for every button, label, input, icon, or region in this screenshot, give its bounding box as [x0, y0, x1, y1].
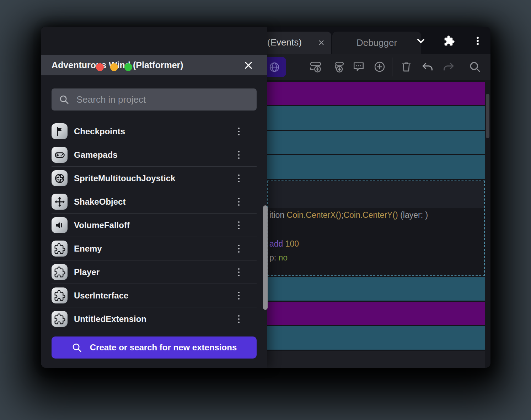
- tab-debugger[interactable]: Debugger: [332, 32, 421, 54]
- add-comment-button[interactable]: [351, 59, 366, 75]
- extensions-list: Checkpoints Gamepads SpriteMultitouchJ: [52, 120, 257, 330]
- add-subevent-icon: [332, 60, 345, 73]
- close-panel-icon[interactable]: [242, 59, 254, 71]
- list-item-gamepads[interactable]: Gamepads: [52, 143, 257, 167]
- zoom-window-button[interactable]: [124, 63, 132, 71]
- comment-icon: [352, 60, 365, 73]
- extensions-puzzle-icon[interactable]: [442, 34, 456, 48]
- event-row-teal[interactable]: [267, 277, 485, 301]
- puzzle-icon: [52, 287, 68, 303]
- list-item-untitledextension[interactable]: UntitledExtension: [52, 307, 257, 330]
- item-menu-kebab-icon[interactable]: [232, 312, 245, 326]
- window-actions: [414, 34, 485, 48]
- event-rows-above: [267, 82, 485, 180]
- create-extension-button[interactable]: Create or search for new extensions: [52, 336, 257, 359]
- chevron-down-icon[interactable]: [414, 34, 428, 48]
- list-item-enemy[interactable]: Enemy: [52, 237, 257, 260]
- window-titlebar[interactable]: [41, 27, 267, 55]
- condition-segment: Coin.CenterY(): [343, 210, 398, 220]
- move-icon: [52, 194, 68, 210]
- action-segment: 100: [285, 239, 299, 248]
- search-events-button[interactable]: [467, 59, 483, 75]
- item-menu-kebab-icon[interactable]: [232, 265, 245, 279]
- tab-debugger-label: Debugger: [356, 37, 397, 48]
- more-options-kebab-icon[interactable]: [471, 34, 485, 48]
- list-item-label: ShakeObject: [74, 197, 125, 207]
- tab-events-label: (Events): [267, 37, 302, 48]
- event-row-teal[interactable]: [267, 155, 485, 179]
- toolbar-divider: [392, 58, 392, 76]
- list-item-userinterface[interactable]: UserInterface: [52, 284, 257, 307]
- list-item-label: Checkpoints: [74, 126, 125, 136]
- toolbar-divider: [464, 58, 464, 76]
- list-item-shakeobject[interactable]: ShakeObject: [52, 190, 257, 214]
- list-item-label: Gamepads: [74, 150, 118, 160]
- list-item-label: UntitledExtension: [74, 314, 146, 324]
- desktop-background: { "drawer": { "title": "Adventurous Wind…: [0, 0, 531, 420]
- redo-icon: [442, 60, 455, 73]
- puzzle-icon: [52, 311, 68, 327]
- item-menu-kebab-icon[interactable]: [232, 218, 245, 232]
- event-row-purple[interactable]: [267, 302, 485, 325]
- search-icon: [71, 342, 82, 353]
- list-item-player[interactable]: Player: [52, 260, 257, 284]
- add-button[interactable]: [372, 59, 387, 75]
- minimize-window-button[interactable]: [110, 63, 118, 71]
- undo-button[interactable]: [420, 59, 435, 75]
- flag-icon: [52, 123, 68, 139]
- puzzle-icon: [52, 241, 68, 257]
- list-item-label: SpriteMultitouchJoystick: [74, 173, 175, 183]
- item-menu-kebab-icon[interactable]: [232, 124, 245, 139]
- close-window-button[interactable]: [96, 63, 104, 71]
- circle-plus-icon: [373, 60, 386, 73]
- list-item-checkpoints[interactable]: Checkpoints: [52, 120, 257, 143]
- event-condition-text: ition Coin.CenterX();Coin.CenterY() (lay…: [269, 210, 428, 220]
- item-menu-kebab-icon[interactable]: [232, 242, 245, 256]
- item-menu-kebab-icon[interactable]: [232, 195, 245, 209]
- list-item-label: UserInterface: [74, 291, 128, 301]
- trash-icon: [400, 60, 413, 73]
- close-tab-icon[interactable]: [316, 38, 326, 48]
- list-item-label: VolumeFalloff: [74, 220, 130, 230]
- search-input[interactable]: [76, 94, 250, 106]
- item-menu-kebab-icon[interactable]: [232, 171, 245, 185]
- project-search[interactable]: [52, 88, 257, 111]
- list-item-volumefalloff[interactable]: VolumeFalloff: [52, 214, 257, 237]
- redo-button[interactable]: [441, 59, 456, 75]
- action-segment: p:: [269, 253, 279, 262]
- list-item-label: Player: [74, 267, 100, 277]
- list-item-spritemultitouchjoystick[interactable]: SpriteMultitouchJoystick: [52, 167, 257, 190]
- speaker-icon: [52, 217, 68, 233]
- event-row-teal[interactable]: [267, 326, 485, 350]
- action-segment: no: [279, 253, 288, 262]
- project-manager-header: Adventurous Wind (Platformer): [41, 55, 267, 75]
- undo-icon: [421, 60, 434, 73]
- events-scrollbar-thumb[interactable]: [486, 94, 489, 138]
- panel-scrollbar-thumb[interactable]: [263, 205, 268, 310]
- condition-segment: Coin.CenterX(): [287, 210, 341, 220]
- add-event-icon: [309, 60, 322, 73]
- event-row-purple[interactable]: [267, 82, 485, 105]
- events-scrollbar-track[interactable]: [485, 80, 490, 368]
- condition-segment: (layer: ): [398, 210, 428, 220]
- item-menu-kebab-icon[interactable]: [232, 289, 245, 303]
- app-window: (Events) Debugger: [41, 27, 490, 368]
- event-rows-below: [267, 277, 485, 351]
- event-action-text: add 100: [269, 238, 299, 249]
- add-subevent-button[interactable]: [331, 59, 346, 75]
- project-manager-panel: Adventurous Wind (Platformer) Checkpoint…: [41, 27, 267, 368]
- add-event-button[interactable]: [308, 59, 323, 75]
- puzzle-icon: [52, 264, 68, 280]
- search-icon: [59, 94, 69, 105]
- selected-event[interactable]: ition Coin.CenterX();Coin.CenterY() (lay…: [267, 181, 485, 276]
- condition-segment: ition: [269, 210, 287, 220]
- event-row-teal[interactable]: [267, 131, 485, 154]
- event-row-teal[interactable]: [267, 106, 485, 130]
- event-action-text: p: no: [269, 252, 288, 263]
- action-segment: add: [269, 239, 285, 248]
- joystick-icon: [52, 170, 68, 186]
- event-condition-strip: [268, 181, 484, 208]
- gamepad-icon: [52, 147, 68, 163]
- item-menu-kebab-icon[interactable]: [232, 148, 245, 162]
- delete-button[interactable]: [398, 59, 414, 75]
